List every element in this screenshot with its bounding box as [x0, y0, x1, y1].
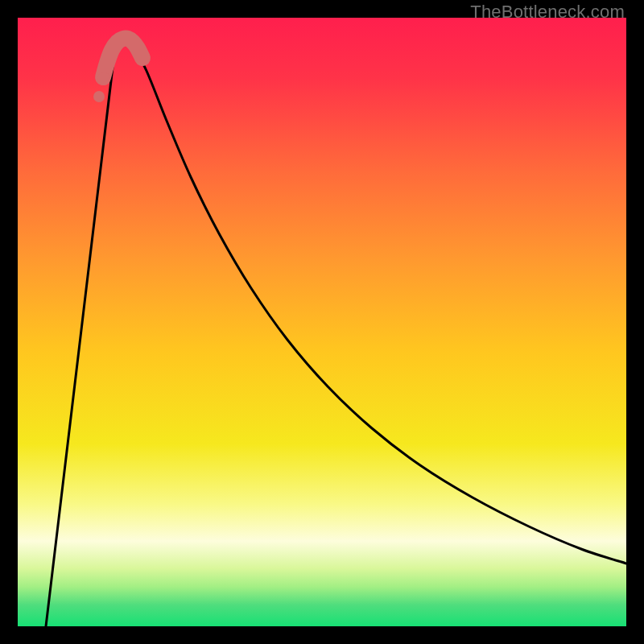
watermark-text: TheBottleneck.com: [470, 2, 625, 23]
gradient-background: [18, 18, 626, 626]
plot-area: [18, 18, 626, 626]
marker-dot: [97, 72, 110, 85]
chart-frame: TheBottleneck.com: [0, 0, 644, 644]
chart-svg: [18, 18, 626, 626]
marker-dot: [93, 91, 105, 102]
